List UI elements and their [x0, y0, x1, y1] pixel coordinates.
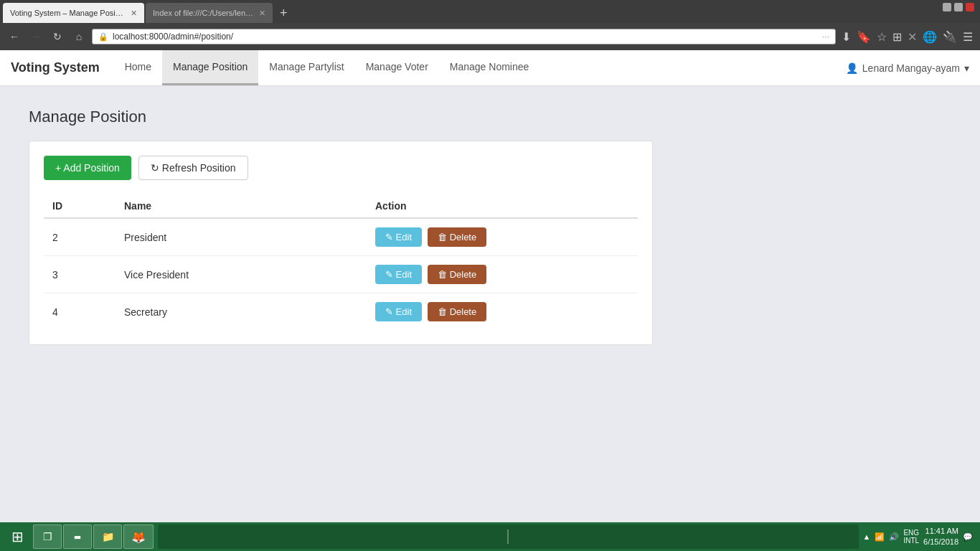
home-button[interactable]: ⌂ [70, 28, 88, 45]
nav-manage-position[interactable]: Manage Position [162, 50, 258, 85]
forward-button[interactable]: → [27, 28, 44, 45]
user-menu[interactable]: 👤 Lenard Mangay-ayam ▾ [846, 62, 969, 74]
taskbar-tray [158, 524, 859, 549]
dropdown-icon: ▾ [964, 62, 969, 74]
addon-icon[interactable]: 🔌 [941, 29, 958, 45]
active-tab[interactable]: Voting System – Manage Position ✕ [3, 3, 144, 23]
taskbar-date-display: 6/15/2018 [923, 537, 958, 547]
close-icon[interactable]: ✕ [906, 29, 918, 45]
taskbar-clock[interactable]: 11:41 AM 6/15/2018 [923, 526, 958, 548]
network-icon: 📶 [875, 532, 885, 542]
inactive-tab-label: Index of file:///C:/Users/lenard [153, 9, 253, 17]
row-id: 4 [44, 293, 116, 331]
taskbar-time-display: 11:41 AM [923, 526, 958, 537]
page-title: Manage Position [29, 108, 951, 126]
volume-icon: 🔊 [889, 532, 899, 542]
window-controls [943, 3, 974, 11]
downloads-icon[interactable]: ⬇ [840, 29, 852, 45]
table-row: 4Secretary✎ Edit🗑 Delete [44, 293, 638, 331]
taskbar: ⊞ ❐ ▬ 📁 🦊 ▲ 📶 🔊 ENGINTL 11:41 AM 6/15/20… [0, 522, 980, 551]
delete-button-2[interactable]: 🗑 Delete [428, 227, 486, 247]
row-name: Vice President [116, 256, 367, 293]
table-body: 2President✎ Edit🗑 Delete3Vice President✎… [44, 218, 638, 330]
taskbar-files[interactable]: 📁 [93, 524, 122, 549]
taskbar-up-icon[interactable]: ▲ [863, 532, 871, 541]
col-id: ID [44, 194, 116, 218]
lock-icon: 🔒 [98, 32, 108, 42]
bookmarks-icon[interactable]: 🔖 [855, 29, 872, 45]
url-text: localhost:8000/admin#/position/ [113, 32, 233, 42]
lang-indicator: ENGINTL [903, 529, 919, 545]
inactive-tab[interactable]: Index of file:///C:/Users/lenard ✕ [146, 3, 273, 23]
row-name: Secretary [116, 293, 367, 331]
col-action: Action [367, 194, 638, 218]
address-bar[interactable]: 🔒 localhost:8000/admin#/position/ ··· [92, 29, 836, 44]
positions-table: ID Name Action 2President✎ Edit🗑 Delete3… [44, 194, 638, 330]
row-actions: ✎ Edit🗑 Delete [367, 256, 638, 293]
nav-items: Home Manage Position Manage Partylist Ma… [114, 50, 846, 85]
minimize-button[interactable] [943, 3, 951, 11]
edit-button-4[interactable]: ✎ Edit [375, 302, 422, 321]
maximize-button[interactable] [954, 3, 963, 11]
nav-manage-voter[interactable]: Manage Voter [355, 50, 439, 85]
taskbar-terminal[interactable]: ▬ [63, 524, 92, 549]
refresh-position-button[interactable]: ↻ Refresh Position [138, 156, 248, 180]
row-id: 3 [44, 256, 116, 293]
table-row: 2President✎ Edit🗑 Delete [44, 218, 638, 256]
row-actions: ✎ Edit🗑 Delete [367, 293, 638, 331]
active-tab-label: Voting System – Manage Position [10, 9, 125, 17]
close-tab-icon[interactable]: ✕ [131, 9, 137, 18]
navbar: Voting System Home Manage Position Manag… [0, 50, 980, 86]
address-bar-options: ··· [822, 32, 829, 42]
start-button[interactable]: ⊞ [3, 524, 32, 550]
refresh-browser-button[interactable]: ↻ [49, 28, 66, 45]
delete-button-3[interactable]: 🗑 Delete [428, 265, 486, 284]
delete-button-4[interactable]: 🗑 Delete [428, 302, 486, 321]
username: Lenard Mangay-ayam [862, 62, 960, 74]
user-icon: 👤 [846, 62, 858, 74]
menu-icon[interactable]: ☰ [961, 29, 974, 45]
browser-right-controls: ⬇ 🔖 ☆ ⊞ ✕ 🌐 🔌 ☰ [840, 29, 974, 45]
close-window-button[interactable] [966, 3, 974, 11]
col-name: Name [116, 194, 367, 218]
star-icon[interactable]: ☆ [875, 29, 888, 45]
firefox-icon[interactable]: 🌐 [921, 29, 938, 45]
position-card: + Add Position ↻ Refresh Position ID Nam… [29, 141, 653, 345]
nav-manage-partylist[interactable]: Manage Partylist [258, 50, 354, 85]
row-name: President [116, 218, 367, 256]
action-buttons-group: ✎ Edit🗑 Delete [375, 265, 629, 284]
row-id: 2 [44, 218, 116, 256]
table-header: ID Name Action [44, 194, 638, 218]
edit-button-3[interactable]: ✎ Edit [375, 265, 422, 284]
table-row: 3Vice President✎ Edit🗑 Delete [44, 256, 638, 293]
back-button[interactable]: ← [6, 28, 23, 45]
main-content: Manage Position + Add Position ↻ Refresh… [0, 86, 980, 367]
sidebar-toggle-icon[interactable]: ⊞ [891, 29, 903, 45]
notification-icon[interactable]: 💬 [963, 532, 973, 542]
add-position-button[interactable]: + Add Position [44, 156, 131, 180]
close-inactive-tab-icon[interactable]: ✕ [259, 9, 265, 18]
taskbar-right: ▲ 📶 🔊 ENGINTL 11:41 AM 6/15/2018 💬 [863, 526, 978, 548]
action-buttons-group: ✎ Edit🗑 Delete [375, 227, 629, 247]
nav-home[interactable]: Home [114, 50, 162, 85]
new-tab-button[interactable]: + [274, 6, 293, 21]
navbar-brand[interactable]: Voting System [11, 60, 100, 75]
taskbar-firefox[interactable]: 🦊 [123, 524, 154, 549]
action-buttons-group: ✎ Edit🗑 Delete [375, 302, 629, 321]
row-actions: ✎ Edit🗑 Delete [367, 218, 638, 256]
taskbar-divider [507, 529, 509, 544]
card-toolbar: + Add Position ↻ Refresh Position [44, 156, 638, 180]
nav-manage-nominee[interactable]: Manage Nominee [439, 50, 540, 85]
edit-button-2[interactable]: ✎ Edit [375, 227, 422, 247]
taskbar-task-manager[interactable]: ❐ [33, 524, 62, 549]
